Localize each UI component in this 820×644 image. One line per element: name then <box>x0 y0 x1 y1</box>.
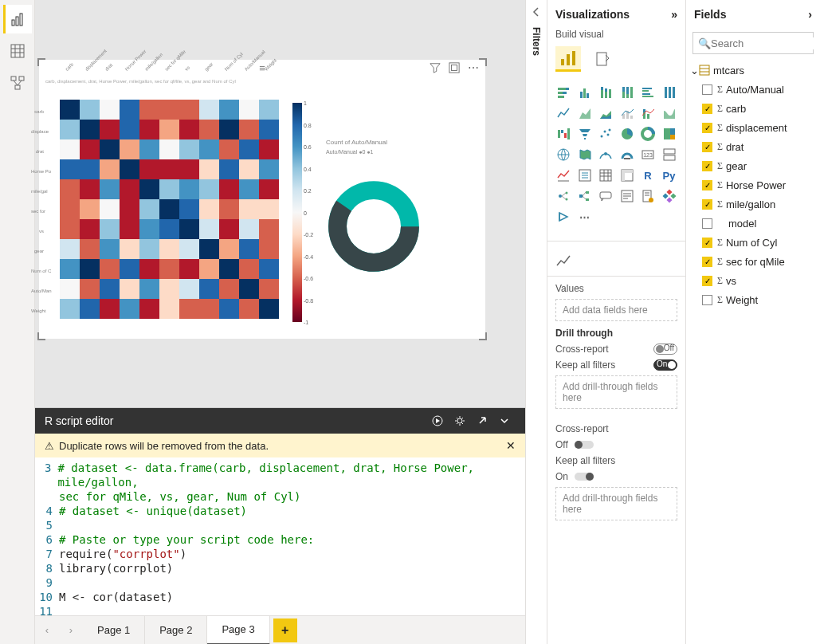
field-num-of-cyl[interactable]: ✓ΣNum of Cyl <box>689 233 817 252</box>
popout-button[interactable] <box>471 410 493 432</box>
page-tab[interactable]: Page 1 <box>83 616 145 645</box>
checkbox[interactable]: ✓ <box>702 161 712 171</box>
checkbox[interactable] <box>702 84 712 95</box>
viz-area-chart[interactable] <box>575 104 594 123</box>
values-drop[interactable]: Add data fields here <box>555 299 677 321</box>
field-gear[interactable]: ✓Σgear <box>689 156 817 175</box>
checkbox[interactable]: ✓ <box>702 257 712 267</box>
viz-donut[interactable] <box>638 124 657 143</box>
fields-expand-button[interactable]: › <box>808 8 812 21</box>
viz-apps[interactable] <box>660 187 679 206</box>
field-weight[interactable]: ΣWeight <box>689 290 817 309</box>
search-input[interactable] <box>711 37 820 49</box>
viz-card[interactable]: 123 <box>638 145 657 164</box>
analytics-icon[interactable] <box>555 253 571 269</box>
field-vs[interactable]: ✓Σvs <box>689 271 817 290</box>
model-view-button[interactable] <box>3 69 32 97</box>
tab-nav-next[interactable]: › <box>59 616 83 645</box>
collapse-button[interactable] <box>493 410 516 432</box>
checkbox[interactable]: ✓ <box>702 238 712 248</box>
viz-line-chart[interactable] <box>554 104 573 123</box>
more-icon[interactable]: ⋯ <box>468 61 479 74</box>
cross-report-toggle[interactable]: Off <box>653 344 677 355</box>
table-mtcars[interactable]: ⌄ mtcars <box>689 61 817 80</box>
build-visual-mode[interactable] <box>555 46 581 72</box>
viz-key-influencers[interactable] <box>554 187 573 206</box>
viz-clustered-bar[interactable] <box>575 83 594 102</box>
viz-stacked-bar-v[interactable] <box>596 83 615 102</box>
field-auto-manual[interactable]: ΣAuto/Manual <box>689 80 817 99</box>
checkbox[interactable]: ✓ <box>702 142 712 152</box>
viz-stacked-bar-100[interactable] <box>618 83 637 102</box>
viz-stacked-bar-h[interactable] <box>554 83 573 102</box>
tab-nav-prev[interactable]: ‹ <box>35 616 59 645</box>
viz-map[interactable] <box>554 145 573 164</box>
filters-pane-collapsed[interactable]: Filters <box>525 0 547 644</box>
keep-filters-toggle[interactable]: On <box>653 359 677 371</box>
viz-narrative[interactable] <box>618 187 637 206</box>
field-drat[interactable]: ✓Σdrat <box>689 137 817 156</box>
checkbox[interactable]: ✓ <box>702 199 712 210</box>
checkbox[interactable]: ✓ <box>702 276 712 286</box>
viz-get-visuals[interactable] <box>554 207 573 226</box>
field-mile-gallon[interactable]: ✓Σmile/gallon <box>689 194 817 214</box>
viz-decomposition[interactable] <box>575 187 594 206</box>
checkbox[interactable]: ✓ <box>702 180 712 190</box>
viz-gauge[interactable] <box>618 145 637 164</box>
viz-multi-card[interactable] <box>660 145 679 164</box>
viz-funnel[interactable] <box>575 124 594 143</box>
drill-drop-1[interactable]: Add drill-through fields here <box>555 375 677 409</box>
viz-slicer[interactable] <box>575 166 594 185</box>
run-script-button[interactable] <box>426 410 449 432</box>
viz-ribbon-chart[interactable] <box>660 104 679 123</box>
svg-rect-90 <box>586 198 589 201</box>
viz-table[interactable] <box>596 166 615 185</box>
viz-column-100[interactable] <box>660 83 679 102</box>
checkbox[interactable]: ✓ <box>702 104 712 114</box>
field-horse-power[interactable]: ✓ΣHorse Power <box>689 175 817 194</box>
expand-left-icon[interactable] <box>531 6 542 18</box>
view-rail <box>0 0 35 644</box>
field-model[interactable]: model <box>689 214 817 233</box>
script-options-button[interactable] <box>449 410 471 432</box>
viz-matrix[interactable] <box>618 166 637 185</box>
viz-r-visual[interactable]: R <box>638 166 657 185</box>
cross-report-slider[interactable] <box>575 441 594 449</box>
page-tab[interactable]: Page 3 <box>207 616 269 645</box>
viz-expand-button[interactable]: » <box>671 8 677 21</box>
viz-filled-map[interactable] <box>575 145 594 164</box>
viz-qa-visual[interactable] <box>596 187 615 206</box>
viz-pie[interactable] <box>618 124 637 143</box>
r-visual-frame[interactable]: ≡ ⋯ carb, displacement, drat, Horse Powe… <box>39 60 485 339</box>
field-carb[interactable]: ✓Σcarb <box>689 99 817 118</box>
keep-filters-slider[interactable] <box>575 473 594 481</box>
checkbox[interactable]: ✓ <box>702 123 712 133</box>
viz-scatter[interactable] <box>596 124 615 143</box>
focus-icon[interactable] <box>449 62 460 73</box>
page-tab[interactable]: Page 2 <box>145 616 207 645</box>
drill-drop-2[interactable]: Add drill-through fields here <box>555 487 677 520</box>
checkbox[interactable] <box>702 295 712 305</box>
viz-azure-map[interactable] <box>596 145 615 164</box>
viz-paginated[interactable] <box>638 187 657 206</box>
data-view-button[interactable] <box>3 37 32 65</box>
viz-line-column[interactable] <box>618 104 637 123</box>
viz-clustered-bar-h[interactable] <box>638 83 657 102</box>
field-sec-for-qmile[interactable]: ✓Σsec for qMile <box>689 252 817 271</box>
warning-close-button[interactable]: ✕ <box>506 439 516 452</box>
viz-kpi[interactable] <box>554 166 573 185</box>
field-displacement[interactable]: ✓Σdisplacement <box>689 118 817 137</box>
viz-stacked-area[interactable] <box>596 104 615 123</box>
fields-search[interactable]: 🔍 <box>692 32 814 54</box>
viz-more[interactable]: ⋯ <box>575 207 594 226</box>
viz-line-stacked-column[interactable] <box>638 104 657 123</box>
viz-treemap[interactable] <box>660 124 679 143</box>
viz-waterfall[interactable] <box>554 124 573 143</box>
report-view-button[interactable] <box>3 5 32 33</box>
filter-icon[interactable] <box>430 62 441 73</box>
viz-py-visual[interactable]: Py <box>660 166 679 185</box>
add-page-button[interactable]: + <box>273 618 297 642</box>
format-visual-mode[interactable] <box>590 46 616 72</box>
r-code-area[interactable]: 3# dataset <- data.frame(carb, displacem… <box>35 457 525 615</box>
checkbox[interactable] <box>702 218 712 229</box>
